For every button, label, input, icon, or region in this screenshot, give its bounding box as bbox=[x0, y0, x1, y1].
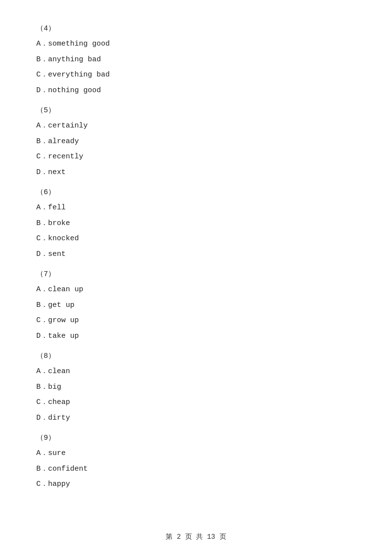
option-6-1: B．broke bbox=[34, 217, 358, 230]
question-number-8: （8） bbox=[34, 351, 358, 360]
question-number-4: （4） bbox=[34, 24, 358, 33]
option-9-1: B．confident bbox=[34, 463, 358, 476]
footer-text: 第 2 页 共 13 页 bbox=[166, 533, 226, 541]
option-8-2: C．cheap bbox=[34, 396, 358, 409]
option-5-3: D．next bbox=[34, 166, 358, 179]
option-5-1: B．already bbox=[34, 135, 358, 148]
option-5-2: C．recently bbox=[34, 151, 358, 163]
option-7-1: B．get up bbox=[34, 299, 358, 312]
option-9-2: C．happy bbox=[34, 478, 358, 491]
option-5-0: A．certainly bbox=[34, 120, 358, 132]
option-4-3: D．nothing good bbox=[34, 84, 358, 97]
option-6-2: C．knocked bbox=[34, 232, 358, 245]
option-7-0: A．clean up bbox=[34, 283, 358, 296]
question-number-5: （5） bbox=[34, 105, 358, 115]
option-8-0: A．clean bbox=[34, 365, 358, 378]
option-8-3: D．dirty bbox=[34, 412, 358, 425]
option-4-2: C．everything bad bbox=[34, 69, 358, 81]
option-6-0: A．fell bbox=[34, 202, 358, 214]
option-4-0: A．something good bbox=[34, 38, 358, 50]
option-8-1: B．big bbox=[34, 381, 358, 394]
option-9-0: A．sure bbox=[34, 447, 358, 460]
question-number-6: （6） bbox=[34, 187, 358, 197]
page-content: （4）A．something goodB．anything badC．every… bbox=[0, 0, 392, 523]
question-number-9: （9） bbox=[34, 433, 358, 442]
option-4-1: B．anything bad bbox=[34, 53, 358, 66]
option-7-3: D．take up bbox=[34, 330, 358, 343]
option-7-2: C．grow up bbox=[34, 314, 358, 327]
page-footer: 第 2 页 共 13 页 bbox=[0, 532, 392, 541]
question-number-7: （7） bbox=[34, 269, 358, 278]
option-6-3: D．sent bbox=[34, 248, 358, 261]
